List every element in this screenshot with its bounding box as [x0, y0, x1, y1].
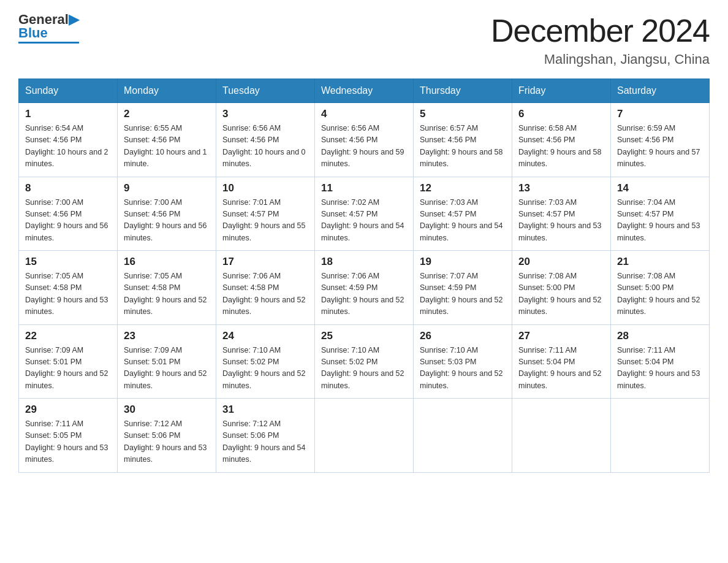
- day-info: Sunrise: 7:09 AMSunset: 5:01 PMDaylight:…: [124, 346, 207, 390]
- day-info: Sunrise: 7:05 AMSunset: 4:58 PMDaylight:…: [25, 272, 108, 316]
- day-number: 8: [25, 182, 111, 194]
- day-number: 27: [518, 330, 604, 342]
- day-info: Sunrise: 6:58 AMSunset: 4:56 PMDaylight:…: [518, 124, 602, 168]
- day-info: Sunrise: 7:01 AMSunset: 4:57 PMDaylight:…: [222, 198, 306, 242]
- table-row: 28 Sunrise: 7:11 AMSunset: 5:04 PMDaylig…: [611, 324, 710, 399]
- day-info: Sunrise: 7:10 AMSunset: 5:02 PMDaylight:…: [321, 346, 404, 390]
- col-saturday: Saturday: [611, 79, 710, 103]
- calendar-week-row: 29 Sunrise: 7:11 AMSunset: 5:05 PMDaylig…: [19, 399, 710, 473]
- day-info: Sunrise: 7:03 AMSunset: 4:57 PMDaylight:…: [420, 198, 503, 242]
- col-tuesday: Tuesday: [216, 79, 315, 103]
- day-number: 10: [222, 182, 308, 194]
- day-number: 9: [124, 182, 210, 194]
- table-row: 19 Sunrise: 7:07 AMSunset: 4:59 PMDaylig…: [414, 251, 512, 325]
- table-row: 25 Sunrise: 7:10 AMSunset: 5:02 PMDaylig…: [315, 324, 414, 399]
- day-number: 26: [420, 330, 506, 342]
- table-row: 2 Sunrise: 6:55 AMSunset: 4:56 PMDayligh…: [118, 103, 216, 177]
- day-info: Sunrise: 7:11 AMSunset: 5:05 PMDaylight:…: [25, 419, 108, 464]
- day-number: 22: [25, 330, 111, 342]
- day-info: Sunrise: 6:56 AMSunset: 4:56 PMDaylight:…: [321, 124, 404, 168]
- table-row: 4 Sunrise: 6:56 AMSunset: 4:56 PMDayligh…: [315, 103, 414, 177]
- day-info: Sunrise: 7:10 AMSunset: 5:03 PMDaylight:…: [420, 346, 503, 390]
- day-number: 28: [617, 330, 703, 342]
- table-row: 31 Sunrise: 7:12 AMSunset: 5:06 PMDaylig…: [216, 399, 315, 473]
- logo-underline: [18, 42, 79, 44]
- day-number: 5: [420, 108, 506, 120]
- day-number: 31: [222, 404, 308, 416]
- table-row: 14 Sunrise: 7:04 AMSunset: 4:57 PMDaylig…: [611, 177, 710, 251]
- table-row: 29 Sunrise: 7:11 AMSunset: 5:05 PMDaylig…: [19, 399, 118, 473]
- calendar-week-row: 22 Sunrise: 7:09 AMSunset: 5:01 PMDaylig…: [19, 324, 710, 399]
- col-monday: Monday: [118, 79, 216, 103]
- table-row: 23 Sunrise: 7:09 AMSunset: 5:01 PMDaylig…: [118, 324, 216, 399]
- day-info: Sunrise: 7:12 AMSunset: 5:06 PMDaylight:…: [124, 419, 207, 464]
- table-row: [414, 399, 512, 473]
- day-number: 20: [518, 256, 604, 268]
- col-friday: Friday: [512, 79, 611, 103]
- day-info: Sunrise: 7:07 AMSunset: 4:59 PMDaylight:…: [420, 272, 503, 316]
- table-row: 16 Sunrise: 7:05 AMSunset: 4:58 PMDaylig…: [118, 251, 216, 325]
- calendar-table: Sunday Monday Tuesday Wednesday Thursday…: [18, 79, 710, 473]
- day-info: Sunrise: 7:08 AMSunset: 5:00 PMDaylight:…: [518, 272, 602, 316]
- day-info: Sunrise: 7:06 AMSunset: 4:58 PMDaylight:…: [222, 272, 306, 316]
- table-row: 26 Sunrise: 7:10 AMSunset: 5:03 PMDaylig…: [414, 324, 512, 399]
- day-info: Sunrise: 7:03 AMSunset: 4:57 PMDaylight:…: [518, 198, 602, 242]
- title-area: December 2024 Malingshan, Jiangsu, China: [491, 12, 710, 67]
- table-row: 8 Sunrise: 7:00 AMSunset: 4:56 PMDayligh…: [19, 177, 118, 251]
- day-number: 29: [25, 404, 111, 416]
- day-info: Sunrise: 6:57 AMSunset: 4:56 PMDaylight:…: [420, 124, 503, 168]
- day-info: Sunrise: 6:54 AMSunset: 4:56 PMDaylight:…: [25, 124, 108, 168]
- day-number: 3: [222, 108, 308, 120]
- table-row: 10 Sunrise: 7:01 AMSunset: 4:57 PMDaylig…: [216, 177, 315, 251]
- table-row: 11 Sunrise: 7:02 AMSunset: 4:57 PMDaylig…: [315, 177, 414, 251]
- day-info: Sunrise: 7:11 AMSunset: 5:04 PMDaylight:…: [617, 346, 700, 390]
- table-row: 7 Sunrise: 6:59 AMSunset: 4:56 PMDayligh…: [611, 103, 710, 177]
- table-row: 20 Sunrise: 7:08 AMSunset: 5:00 PMDaylig…: [512, 251, 611, 325]
- day-info: Sunrise: 7:05 AMSunset: 4:58 PMDaylight:…: [124, 272, 207, 316]
- table-row: 9 Sunrise: 7:00 AMSunset: 4:56 PMDayligh…: [118, 177, 216, 251]
- day-info: Sunrise: 6:59 AMSunset: 4:56 PMDaylight:…: [617, 124, 700, 168]
- calendar-title: December 2024: [491, 12, 710, 49]
- table-row: 3 Sunrise: 6:56 AMSunset: 4:56 PMDayligh…: [216, 103, 315, 177]
- table-row: 22 Sunrise: 7:09 AMSunset: 5:01 PMDaylig…: [19, 324, 118, 399]
- day-number: 23: [124, 330, 210, 342]
- logo-blue-text: Blue: [18, 26, 48, 40]
- table-row: 24 Sunrise: 7:10 AMSunset: 5:02 PMDaylig…: [216, 324, 315, 399]
- day-number: 24: [222, 330, 308, 342]
- table-row: [611, 399, 710, 473]
- day-number: 13: [518, 182, 604, 194]
- day-info: Sunrise: 7:00 AMSunset: 4:56 PMDaylight:…: [25, 198, 108, 242]
- calendar-subtitle: Malingshan, Jiangsu, China: [491, 52, 710, 67]
- day-number: 16: [124, 256, 210, 268]
- day-number: 6: [518, 108, 604, 120]
- table-row: 30 Sunrise: 7:12 AMSunset: 5:06 PMDaylig…: [118, 399, 216, 473]
- day-info: Sunrise: 7:08 AMSunset: 5:00 PMDaylight:…: [617, 272, 700, 316]
- day-number: 30: [124, 404, 210, 416]
- day-number: 21: [617, 256, 703, 268]
- day-number: 14: [617, 182, 703, 194]
- day-info: Sunrise: 7:00 AMSunset: 4:56 PMDaylight:…: [124, 198, 207, 242]
- table-row: 5 Sunrise: 6:57 AMSunset: 4:56 PMDayligh…: [414, 103, 512, 177]
- col-sunday: Sunday: [19, 79, 118, 103]
- day-info: Sunrise: 7:06 AMSunset: 4:59 PMDaylight:…: [321, 272, 404, 316]
- day-number: 7: [617, 108, 703, 120]
- day-number: 11: [321, 182, 407, 194]
- day-number: 4: [321, 108, 407, 120]
- table-row: [512, 399, 611, 473]
- day-number: 17: [222, 256, 308, 268]
- table-row: 17 Sunrise: 7:06 AMSunset: 4:58 PMDaylig…: [216, 251, 315, 325]
- col-thursday: Thursday: [414, 79, 512, 103]
- day-info: Sunrise: 7:11 AMSunset: 5:04 PMDaylight:…: [518, 346, 602, 390]
- logo: General▶ Blue: [18, 12, 79, 44]
- table-row: 13 Sunrise: 7:03 AMSunset: 4:57 PMDaylig…: [512, 177, 611, 251]
- day-number: 15: [25, 256, 111, 268]
- day-info: Sunrise: 7:12 AMSunset: 5:06 PMDaylight:…: [222, 419, 306, 464]
- calendar-week-row: 15 Sunrise: 7:05 AMSunset: 4:58 PMDaylig…: [19, 251, 710, 325]
- page-header: General▶ Blue December 2024 Malingshan, …: [18, 12, 710, 67]
- calendar-week-row: 1 Sunrise: 6:54 AMSunset: 4:56 PMDayligh…: [19, 103, 710, 177]
- day-info: Sunrise: 7:10 AMSunset: 5:02 PMDaylight:…: [222, 346, 306, 390]
- calendar-header-row: Sunday Monday Tuesday Wednesday Thursday…: [19, 79, 710, 103]
- day-info: Sunrise: 6:55 AMSunset: 4:56 PMDaylight:…: [124, 124, 207, 168]
- day-number: 1: [25, 108, 111, 120]
- day-info: Sunrise: 7:04 AMSunset: 4:57 PMDaylight:…: [617, 198, 700, 242]
